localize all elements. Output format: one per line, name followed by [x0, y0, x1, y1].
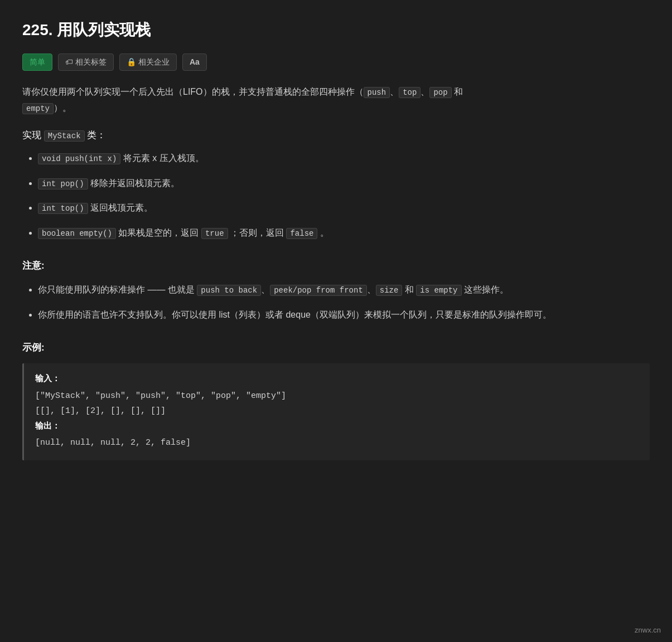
method-push-code: void push(int x) — [38, 153, 120, 164]
method-top: int top() 返回栈顶元素。 — [38, 200, 650, 216]
output-label: 输出： — [35, 420, 639, 434]
method-pop: int pop() 移除并返回栈顶元素。 — [38, 176, 650, 192]
example-box: 输入： ["MyStack", "push", "push", "top", "… — [22, 363, 650, 460]
code-false: false — [286, 228, 317, 239]
desc-text-end: ）。 — [54, 103, 71, 113]
output-line: [null, null, null, 2, 2, false] — [35, 436, 639, 450]
problem-description: 请你仅使用两个队列实现一个后入先出（LIFO）的栈，并支持普通栈的全部四种操作（… — [22, 84, 650, 116]
example-title: 示例: — [22, 340, 650, 356]
page-title: 225. 用队列实现栈 — [22, 17, 650, 43]
code-true: true — [201, 228, 228, 239]
code-push: push — [364, 87, 390, 98]
note-item-2: 你所使用的语言也许不支持队列。你可以使用 list（列表）或者 deque（双端… — [38, 307, 650, 323]
note-section: 注意: 你只能使用队列的标准操作 —— 也就是 push to back、pee… — [22, 258, 650, 323]
problem-number: 225. 用队列实现栈 — [22, 21, 151, 38]
code-push-to-back: push to back — [197, 285, 261, 296]
watermark: znwx.cn — [635, 624, 661, 636]
method-pop-code: int pop() — [38, 178, 88, 189]
lock-icon: 🔒 — [127, 56, 136, 69]
mystack-class-name: MyStack — [44, 130, 85, 142]
methods-list: void push(int x) 将元素 x 压入栈顶。 int pop() 移… — [22, 150, 650, 241]
method-empty-code: boolean empty() — [38, 228, 116, 239]
font-button[interactable]: Aa — [182, 54, 207, 71]
code-empty: empty — [22, 103, 54, 114]
code-peek-pop-front: peek/pop from front — [270, 285, 367, 296]
method-push: void push(int x) 将元素 x 压入栈顶。 — [38, 150, 650, 167]
related-companies-button[interactable]: 🔒 相关企业 — [119, 54, 177, 71]
desc-text-1: 请你仅使用两个队列实现一个后入先出（LIFO）的栈，并支持普通栈的全部四种操作（ — [22, 87, 364, 96]
implement-section-title: 实现 MyStack 类： — [22, 128, 650, 144]
code-size: size — [376, 285, 403, 296]
input-label: 输入： — [35, 372, 639, 387]
example-section: 示例: 输入： ["MyStack", "push", "push", "top… — [22, 340, 650, 460]
tag-icon: 🏷 — [65, 56, 73, 69]
input-line-2: [[], [1], [2], [], [], []] — [35, 404, 639, 419]
code-is-empty: is empty — [416, 285, 461, 296]
code-pop: pop — [429, 87, 451, 98]
note-title: 注意: — [22, 258, 650, 274]
method-top-code: int top() — [38, 203, 88, 214]
note-item-1: 你只能使用队列的标准操作 —— 也就是 push to back、peek/po… — [38, 282, 650, 298]
method-empty: boolean empty() 如果栈是空的，返回 true ；否则，返回 fa… — [38, 225, 650, 241]
tags-row: 简单 🏷 相关标签 🔒 相关企业 Aa — [22, 54, 650, 71]
desc-text-and: 和 — [452, 87, 463, 96]
difficulty-tag[interactable]: 简单 — [22, 54, 52, 71]
code-top: top — [399, 87, 420, 98]
input-line-1: ["MyStack", "push", "push", "top", "pop"… — [35, 389, 639, 403]
related-tags-button[interactable]: 🏷 相关标签 — [58, 54, 114, 71]
notes-list: 你只能使用队列的标准操作 —— 也就是 push to back、peek/po… — [22, 282, 650, 323]
